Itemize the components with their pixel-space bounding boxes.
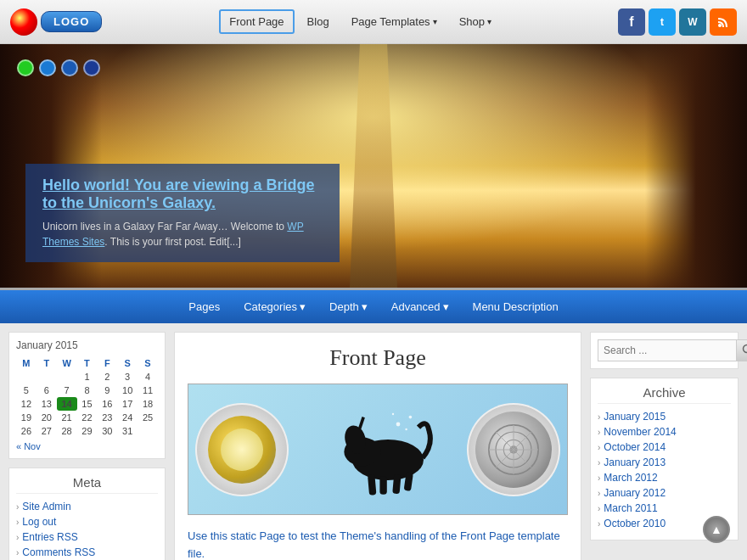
calendar-title: January 2015 — [16, 339, 158, 351]
categories-dropdown-icon: ▾ — [300, 300, 306, 313]
nav-shop[interactable]: Shop ▾ — [450, 10, 501, 33]
logo-area: LOGO — [10, 8, 102, 36]
archive-link-mar2011[interactable]: › March 2011 — [598, 502, 731, 514]
logo-button[interactable]: LOGO — [41, 11, 102, 32]
archive-link-jan2013[interactable]: › January 2013 — [598, 456, 731, 468]
hero-tree-right — [645, 44, 747, 288]
advanced-dropdown-icon: ▾ — [443, 300, 449, 313]
cal-day-t2: T — [77, 356, 98, 370]
arrow-icon: › — [598, 489, 600, 498]
sec-nav-categories[interactable]: Categories ▾ — [240, 299, 309, 315]
search-button[interactable] — [736, 339, 747, 361]
svg-point-0 — [718, 24, 722, 27]
archive-link-mar2012[interactable]: › March 2012 — [598, 472, 731, 484]
depth-dropdown-icon: ▾ — [362, 300, 368, 313]
nav-blog[interactable]: Blog — [298, 10, 339, 33]
arrow-icon: › — [16, 502, 19, 512]
wordpress-icon[interactable]: W — [679, 8, 706, 36]
slider-dots — [17, 59, 100, 76]
arrow-icon: › — [598, 473, 600, 483]
meta-link-comments-rss[interactable]: › Comments RSS — [16, 546, 158, 558]
hero-description: Unicorn lives in a Galaxy Far Far Away… … — [42, 219, 323, 249]
archive-link-oct2014[interactable]: › October 2014 — [598, 441, 731, 453]
scroll-to-top-button[interactable]: ▲ — [703, 516, 730, 543]
svg-point-21 — [744, 345, 748, 353]
shop-dropdown-icon: ▾ — [487, 17, 491, 26]
social-icons: f t W — [618, 8, 737, 36]
facebook-icon[interactable]: f — [618, 8, 645, 36]
arrow-icon: › — [598, 443, 600, 452]
hero-section: Hello world! You are viewing a Bridge to… — [0, 44, 747, 290]
arrow-icon: › — [598, 504, 600, 513]
svg-point-9 — [396, 422, 401, 426]
fi-unicorn-area — [301, 390, 454, 509]
main-content: January 2015 M T W T F S S — [0, 323, 747, 560]
hero-title[interactable]: Hello world! You are viewing a Bridge to… — [42, 176, 323, 212]
cal-day-m: M — [16, 356, 37, 370]
search-icon — [742, 344, 747, 356]
cal-day-s2: S — [138, 356, 158, 370]
fi-starburst — [208, 416, 276, 484]
page-title: Front Page — [188, 345, 568, 371]
slider-dot-1[interactable] — [39, 59, 56, 76]
slider-dot-3[interactable] — [83, 59, 100, 76]
svg-rect-6 — [379, 476, 386, 495]
svg-line-4 — [359, 417, 363, 428]
meta-link-entries-rss[interactable]: › Entries RSS — [16, 531, 158, 543]
sec-nav-advanced[interactable]: Advanced ▾ — [388, 299, 452, 315]
fi-circle-right — [467, 403, 560, 496]
nav-front-page[interactable]: Front Page — [219, 9, 294, 34]
table-row: 1213 14 15161718 — [16, 397, 158, 411]
calendar-today: 14 — [57, 397, 77, 411]
fi-circle-left — [195, 403, 289, 496]
slider-dot-2[interactable] — [61, 59, 78, 76]
top-bar: LOGO Front Page Blog Page Templates ▾ Sh… — [0, 0, 747, 44]
hero-overlay: Hello world! You are viewing a Bridge to… — [25, 164, 340, 262]
arrow-icon: › — [16, 548, 19, 557]
archive-title: Archive — [598, 385, 731, 404]
fi-mandala — [475, 412, 552, 488]
cal-day-t: T — [37, 356, 57, 370]
featured-image — [188, 384, 568, 515]
rss-icon[interactable] — [710, 8, 737, 36]
table-row: 1234 — [16, 370, 158, 384]
sec-nav-depth[interactable]: Depth ▾ — [326, 299, 371, 315]
arrow-icon: › — [16, 533, 19, 542]
page-templates-dropdown-icon: ▾ — [433, 17, 437, 26]
slider-dot-active[interactable] — [17, 59, 34, 76]
arrow-icon: › — [598, 519, 600, 529]
logo-ball — [10, 8, 37, 36]
table-row: 262728 293031 — [16, 424, 158, 438]
cal-day-s: S — [117, 356, 138, 370]
meta-title: Meta — [16, 475, 158, 494]
meta-link-log-out[interactable]: › Log out — [16, 516, 158, 528]
calendar-table: M T W T F S S 1234 567 — [16, 356, 158, 438]
search-widget — [590, 332, 739, 369]
table-row: 192021 22232425 — [16, 411, 158, 424]
archive-link-nov2014[interactable]: › November 2014 — [598, 426, 731, 438]
hero-link[interactable]: WP Themes Sites — [42, 221, 304, 248]
svg-point-11 — [392, 412, 394, 414]
search-input[interactable] — [598, 339, 736, 361]
arrow-icon: › — [598, 458, 600, 468]
unicorn-svg — [310, 399, 446, 501]
sec-nav-menu-description[interactable]: Menu Description — [469, 299, 562, 315]
nav-page-templates[interactable]: Page Templates ▾ — [342, 10, 447, 33]
center-content: Front Page — [174, 332, 581, 560]
arrow-icon: › — [16, 518, 19, 527]
mandala-svg — [484, 420, 543, 479]
meta-widget: Meta › Site Admin › Log out › Entries RS… — [8, 468, 166, 560]
arrow-icon: › — [598, 428, 600, 437]
archive-link-jan2015[interactable]: › January 2015 — [598, 411, 731, 423]
sec-nav-pages[interactable]: Pages — [185, 299, 223, 315]
search-input-wrap — [598, 339, 731, 361]
calendar-prev[interactable]: « Nov — [16, 441, 158, 451]
fi-star-inner — [221, 428, 263, 471]
table-row: 567 891011 — [16, 384, 158, 397]
archive-link-jan2012[interactable]: › January 2012 — [598, 487, 731, 499]
secondary-nav: Pages Categories ▾ Depth ▾ Advanced ▾ Me… — [0, 290, 747, 323]
meta-link-site-admin[interactable]: › Site Admin — [16, 501, 158, 512]
twitter-icon[interactable]: t — [649, 8, 676, 36]
cal-day-f: F — [97, 356, 117, 370]
left-sidebar: January 2015 M T W T F S S — [8, 332, 166, 560]
